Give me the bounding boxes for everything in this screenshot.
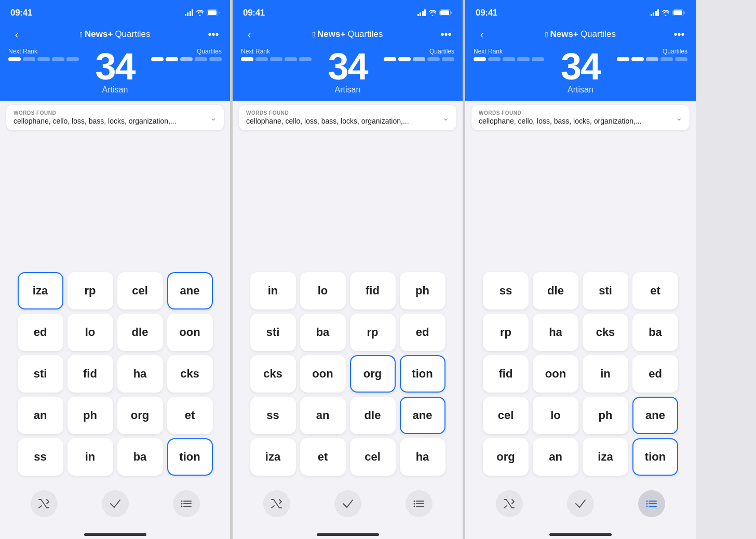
tile-sti[interactable]: sti [250, 314, 296, 351]
tile-cel[interactable]: cel [117, 272, 163, 309]
list-button[interactable] [173, 490, 200, 517]
tile-lo[interactable]: lo [533, 397, 578, 434]
words-found-chevron-icon[interactable]: ⌄ [442, 113, 449, 123]
tile-iza[interactable]: iza [250, 438, 296, 476]
list-button[interactable] [638, 490, 665, 517]
shuffle-button[interactable] [31, 490, 58, 517]
tile-tion[interactable]: tion [167, 438, 213, 476]
tile-rp[interactable]: rp [483, 314, 529, 351]
apple-logo-icon:  [545, 30, 548, 39]
quartiles-label: Quartiles [663, 48, 687, 55]
tile-ba[interactable]: ba [117, 438, 163, 476]
tile-cks[interactable]: cks [583, 314, 628, 351]
tile-ane[interactable]: ane [400, 397, 446, 434]
tile-an[interactable]: an [18, 397, 63, 434]
tile-in[interactable]: in [68, 438, 113, 476]
tile-oon[interactable]: oon [533, 355, 578, 393]
tile-org[interactable]: org [483, 438, 529, 476]
list-button[interactable] [406, 490, 433, 517]
tile-in[interactable]: in [250, 272, 296, 309]
tile-ss[interactable]: ss [250, 397, 296, 434]
words-found-chevron-icon[interactable]: ⌄ [210, 113, 217, 123]
tile-ss[interactable]: ss [483, 272, 529, 309]
confirm-button[interactable] [567, 490, 594, 517]
tile-fid[interactable]: fid [483, 355, 529, 393]
tile-et[interactable]: et [632, 272, 678, 309]
tile-ss[interactable]: ss [18, 438, 63, 476]
tile-tion[interactable]: tion [400, 355, 446, 393]
confirm-button[interactable] [102, 490, 129, 517]
tile-et[interactable]: et [167, 397, 213, 434]
quartile-dot [413, 57, 425, 61]
tile-sti[interactable]: sti [583, 272, 628, 309]
tile-rp[interactable]: rp [68, 272, 113, 309]
more-menu-button[interactable]: ••• [438, 26, 454, 43]
tile-dle[interactable]: dle [533, 272, 578, 309]
score-number: 34 [561, 48, 600, 85]
tile-lo[interactable]: lo [68, 314, 113, 351]
words-found-bar[interactable]: WORDS FOUND cellophane, cello, loss, bas… [471, 105, 690, 130]
tile-tion[interactable]: tion [632, 438, 678, 476]
tile-an[interactable]: an [300, 397, 346, 434]
nav-bar: ‹  News+ Quartiles ••• [0, 23, 230, 46]
quartile-dot [151, 57, 164, 61]
back-button[interactable]: ‹ [8, 26, 25, 43]
tile-in[interactable]: in [583, 355, 628, 393]
tile-ba[interactable]: ba [300, 314, 346, 351]
tile-iza[interactable]: iza [583, 438, 628, 476]
status-time: 09:41 [10, 8, 32, 18]
quartiles-label: Quartiles [429, 48, 454, 55]
quartiles-label: Quartiles [347, 29, 383, 39]
shuffle-button[interactable] [496, 490, 523, 517]
tile-sti[interactable]: sti [18, 355, 63, 393]
tile-ed[interactable]: ed [400, 314, 446, 351]
tile-oon[interactable]: oon [167, 314, 213, 351]
tile-ane[interactable]: ane [632, 397, 678, 434]
tile-fid[interactable]: fid [68, 355, 113, 393]
tile-ha[interactable]: ha [533, 314, 578, 351]
tile-dle[interactable]: dle [117, 314, 163, 351]
tile-ph[interactable]: ph [583, 397, 628, 434]
tile-ha[interactable]: ha [117, 355, 163, 393]
tile-rp[interactable]: rp [350, 314, 396, 351]
tile-ane[interactable]: ane [167, 272, 213, 309]
tile-ed[interactable]: ed [632, 355, 678, 393]
home-bar [84, 533, 146, 536]
tile-ph[interactable]: ph [400, 272, 446, 309]
tile-org[interactable]: org [117, 397, 163, 434]
tile-ha[interactable]: ha [400, 438, 446, 476]
progress-dot [255, 57, 268, 61]
shuffle-button[interactable] [263, 490, 290, 517]
score-center: 34 Artisan [95, 48, 134, 95]
quartile-dot [384, 57, 396, 61]
quartiles-side: Quartiles [151, 48, 222, 61]
tile-iza[interactable]: iza [18, 272, 63, 309]
battery-icon [439, 9, 452, 16]
tile-dle[interactable]: dle [350, 397, 396, 434]
back-button[interactable]: ‹ [241, 26, 258, 43]
more-menu-button[interactable]: ••• [671, 26, 687, 43]
tile-ph[interactable]: ph [68, 397, 113, 434]
tile-org[interactable]: org [350, 355, 396, 393]
more-menu-button[interactable]: ••• [205, 26, 222, 43]
tile-lo[interactable]: lo [300, 272, 346, 309]
tile-ba[interactable]: ba [632, 314, 678, 351]
news-plus-label: News+ [85, 29, 113, 39]
next-rank-side: Next Rank [8, 48, 79, 61]
tile-cks[interactable]: cks [167, 355, 213, 393]
tile-fid[interactable]: fid [350, 272, 396, 309]
score-header: Next Rank 34 Artisan Quartiles [465, 46, 696, 101]
words-found-chevron-icon[interactable]: ⌄ [676, 113, 682, 123]
back-button[interactable]: ‹ [474, 26, 490, 43]
tile-cks[interactable]: cks [250, 355, 296, 393]
confirm-button[interactable] [334, 490, 361, 517]
tile-cel[interactable]: cel [483, 397, 529, 434]
tile-oon[interactable]: oon [300, 355, 346, 393]
tile-et[interactable]: et [300, 438, 346, 476]
words-found-bar[interactable]: WORDS FOUND cellophane, cello, loss, bas… [6, 105, 224, 130]
tile-cel[interactable]: cel [350, 438, 396, 476]
score-number: 34 [328, 48, 367, 85]
tile-ed[interactable]: ed [18, 314, 63, 351]
tile-an[interactable]: an [533, 438, 578, 476]
words-found-bar[interactable]: WORDS FOUND cellophane, cello, loss, bas… [239, 105, 456, 130]
